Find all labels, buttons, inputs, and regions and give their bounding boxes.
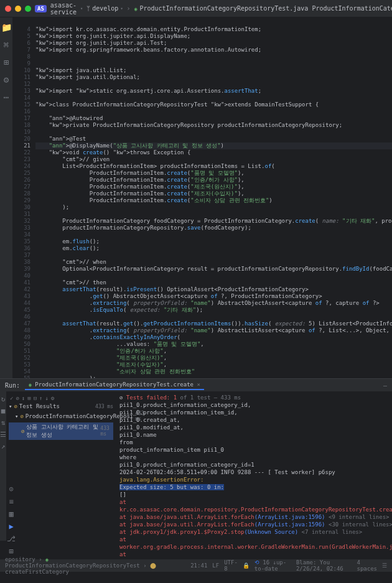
activity-bar: 📁 ⌘ ⊞ ⚙ ⋯	[0, 17, 13, 378]
next-icon[interactable]: ↓	[45, 395, 49, 401]
gutter[interactable]: 4567891011121314151617181920212223242526…	[13, 26, 35, 378]
project-icon[interactable]: 📁	[0, 21, 12, 34]
window-controls	[5, 6, 31, 12]
caret-position[interactable]: 21:41	[190, 562, 207, 569]
code-area[interactable]: "kw">import kr.co.asasac.core.domain.ent…	[35, 26, 392, 378]
sync-status[interactable]: ⟲ 16 ↓up-to-date	[254, 559, 291, 572]
tree-root[interactable]: ▾⊘ Test Results 433 ms	[9, 403, 113, 410]
tree-time: 433 ms	[95, 404, 113, 409]
tree-node-2[interactable]: ⊘ 상품 고시사항 카테고리 및 정보 생성 433 ms	[9, 422, 113, 440]
problems-icon[interactable]: ⊞	[9, 547, 13, 556]
run-panel: Run: ProductInformationCategoryRepositor…	[0, 378, 392, 541]
readonly-icon[interactable]: 🔒	[243, 562, 250, 569]
maximize-icon[interactable]	[25, 6, 31, 12]
tab-label: ProductInformationCategoryRepositoryTest…	[139, 5, 308, 12]
branch-name: develop	[92, 5, 118, 12]
run-tab[interactable]: ProductInformationCategoryRepositoryTest…	[25, 380, 204, 390]
git-icon[interactable]: ⎇	[7, 534, 16, 543]
statusbar: epository › ProductInformationCategoryRe…	[0, 559, 392, 572]
test-file-icon	[134, 5, 138, 12]
tree-node-1[interactable]: ▾⊘ ProductInformationCategoryReposi 433 …	[9, 410, 113, 422]
tree-label: 상품 고시사항 카테고리 및 정보 생성	[26, 423, 98, 439]
tree-time: 433 ms	[100, 426, 113, 437]
breadcrumb[interactable]: epository › ProductInformationCategoryRe…	[5, 556, 180, 575]
run-output[interactable]: ⊘ Tests failed: 1 of 1 test – 433 ms pii…	[116, 391, 392, 541]
structure-icon[interactable]: ⌘	[0, 39, 12, 51]
titlebar-tab-2[interactable]: ProductInformationCategoryReposi...t.cre…	[312, 5, 392, 12]
titlebar: AS asasac-service ▾ ᛘ develop ▾ › Produc…	[0, 0, 392, 17]
expand-icon[interactable]: ⊞	[27, 395, 30, 401]
debug-icon[interactable]: ⊙	[9, 485, 13, 493]
branch-icon: ᛘ	[86, 5, 90, 12]
zoom-icon[interactable]: ☰	[382, 562, 387, 569]
tree-label: Test Results	[19, 403, 60, 409]
more-icon[interactable]: ⋯	[0, 91, 12, 103]
test-icon	[29, 381, 32, 388]
run-tree: ✓ ⊘ ↕ ⊞ ⊟ ↑ ↓ ⚙ ▾⊘ Test Results 433 ms ▾…	[6, 391, 116, 541]
close-icon[interactable]	[5, 6, 11, 12]
bottom-tool-tabs: ▣ ⊞ ⎇ ▶ ▦ ≡ ⊙	[0, 384, 22, 583]
bookmarks-icon[interactable]: ⊞	[0, 56, 12, 68]
database-icon[interactable]: ≡	[9, 497, 13, 506]
run-tab-label: ProductInformationCategoryRepositoryTest…	[35, 381, 194, 388]
close-tab-icon[interactable]: ×	[197, 381, 200, 388]
fail-msg: Tests failed: 1	[126, 394, 177, 401]
minimize-icon[interactable]	[15, 6, 21, 12]
services-icon[interactable]: ▦	[9, 510, 13, 518]
project-badge[interactable]: AS	[35, 5, 47, 12]
encoding[interactable]: UTF-8	[224, 559, 238, 572]
prev-icon[interactable]: ↑	[39, 395, 42, 401]
git-branch[interactable]: ᛘ develop ▾	[86, 5, 123, 12]
chevron-down-icon[interactable]: ▾	[80, 6, 83, 11]
gear-icon[interactable]: ⚙	[51, 395, 54, 401]
titlebar-tab-1[interactable]: ProductInformationCategoryRepositoryTest…	[134, 5, 309, 12]
indent[interactable]: 4 spaces	[357, 559, 377, 572]
editor: ⚠ 5 ^ ˅ 45678910111213141516171819202122…	[13, 17, 392, 378]
project-name[interactable]: asasac-service	[50, 2, 77, 16]
chevron-down-icon: ▾	[120, 6, 123, 11]
minimize-icon[interactable]: —	[383, 382, 387, 389]
collapse-icon[interactable]: ⊟	[34, 395, 37, 401]
build-icon[interactable]: ⚙	[0, 73, 12, 86]
tab-label: ProductInformationCategoryReposi...t.cre…	[312, 5, 392, 12]
line-ending[interactable]: LF	[212, 562, 219, 569]
fail-sub: of 1 test – 433 ms	[180, 394, 241, 401]
git-blame[interactable]: Blame: You 2/26/24, 02:46	[296, 559, 352, 572]
run-icon[interactable]: ▶	[9, 522, 13, 531]
